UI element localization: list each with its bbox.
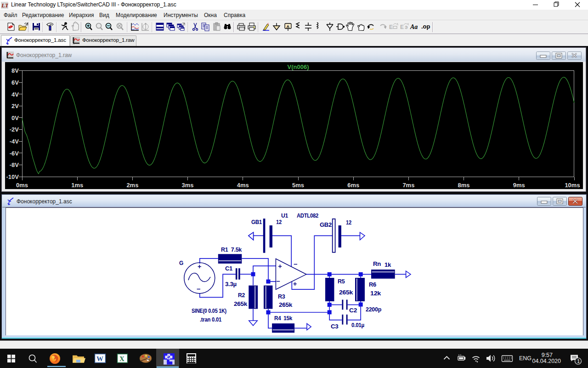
svg-text:2ms: 2ms bbox=[126, 182, 138, 189]
svg-text:6V: 6V bbox=[11, 79, 19, 86]
svg-text:G: G bbox=[179, 260, 183, 266]
svg-text:V(n006): V(n006) bbox=[288, 63, 309, 70]
svg-text:04.04.2020: 04.04.2020 bbox=[532, 358, 561, 364]
svg-text:E: E bbox=[389, 24, 393, 30]
svg-text:W: W bbox=[96, 355, 103, 362]
svg-text:GB1: GB1 bbox=[251, 219, 262, 225]
svg-text:R3: R3 bbox=[278, 293, 285, 300]
svg-text:.op: .op bbox=[421, 23, 430, 30]
svg-text:6ms: 6ms bbox=[347, 182, 359, 189]
svg-text:8ms: 8ms bbox=[458, 182, 470, 189]
svg-text:Aa: Aa bbox=[410, 23, 418, 30]
svg-text:0.01µ: 0.01µ bbox=[351, 322, 364, 328]
svg-text:-2V: -2V bbox=[10, 126, 19, 133]
svg-text:ENG: ENG bbox=[519, 355, 531, 362]
svg-text:265k: 265k bbox=[339, 289, 353, 296]
svg-text:10ms: 10ms bbox=[565, 182, 580, 189]
svg-text:C1: C1 bbox=[225, 265, 232, 272]
svg-text:9:57: 9:57 bbox=[542, 352, 553, 358]
svg-text:LT: LT bbox=[1, 2, 8, 9]
svg-text:2V: 2V bbox=[11, 103, 19, 109]
svg-text:1: 1 bbox=[577, 358, 580, 364]
svg-text:.tran 0.01: .tran 0.01 bbox=[200, 316, 221, 323]
svg-text:R1 7.5k: R1 7.5k bbox=[221, 247, 242, 253]
svg-text:A: A bbox=[287, 24, 290, 29]
svg-text:4V: 4V bbox=[11, 91, 19, 98]
svg-text:8V: 8V bbox=[11, 67, 19, 74]
svg-text:4ms: 4ms bbox=[237, 182, 249, 189]
svg-text:9ms: 9ms bbox=[513, 182, 525, 189]
svg-text:12: 12 bbox=[276, 219, 282, 225]
svg-text:12k: 12k bbox=[370, 290, 381, 297]
svg-text:0V: 0V bbox=[11, 115, 19, 121]
svg-text:R5: R5 bbox=[338, 278, 345, 285]
svg-text:-6V: -6V bbox=[10, 150, 19, 157]
svg-text:GB2: GB2 bbox=[320, 222, 332, 228]
svg-text:R2: R2 bbox=[238, 292, 245, 299]
svg-text:1ms: 1ms bbox=[71, 182, 83, 189]
svg-text:2200p: 2200p bbox=[366, 306, 382, 313]
svg-text:ADTL082: ADTL082 bbox=[297, 213, 318, 219]
svg-text:ͽ: ͽ bbox=[405, 24, 408, 30]
svg-text:5ms: 5ms bbox=[292, 182, 304, 189]
svg-text:265k: 265k bbox=[234, 301, 247, 307]
svg-text:Rn: Rn bbox=[373, 261, 381, 267]
svg-text:R4 15k: R4 15k bbox=[274, 315, 292, 322]
svg-text:12: 12 bbox=[346, 219, 351, 226]
svg-text:-8V: -8V bbox=[10, 161, 19, 168]
svg-text:3.3µ: 3.3µ bbox=[225, 281, 237, 288]
svg-text:SINE(0 0.05 1K): SINE(0 0.05 1K) bbox=[192, 308, 226, 314]
svg-text:-10V: -10V bbox=[6, 173, 19, 180]
svg-text:-4V: -4V bbox=[10, 138, 19, 145]
svg-text:C2: C2 bbox=[349, 307, 357, 314]
svg-text:E: E bbox=[400, 24, 404, 30]
svg-text:265k: 265k bbox=[279, 302, 292, 308]
svg-text:1k: 1k bbox=[384, 262, 391, 268]
svg-text:7ms: 7ms bbox=[402, 182, 414, 189]
svg-text:X: X bbox=[119, 355, 124, 362]
svg-text:U1: U1 bbox=[281, 213, 288, 219]
svg-text:R6: R6 bbox=[369, 282, 376, 288]
svg-text:0ms: 0ms bbox=[16, 182, 28, 189]
svg-text:C3: C3 bbox=[331, 323, 339, 330]
svg-text:3ms: 3ms bbox=[182, 182, 194, 189]
